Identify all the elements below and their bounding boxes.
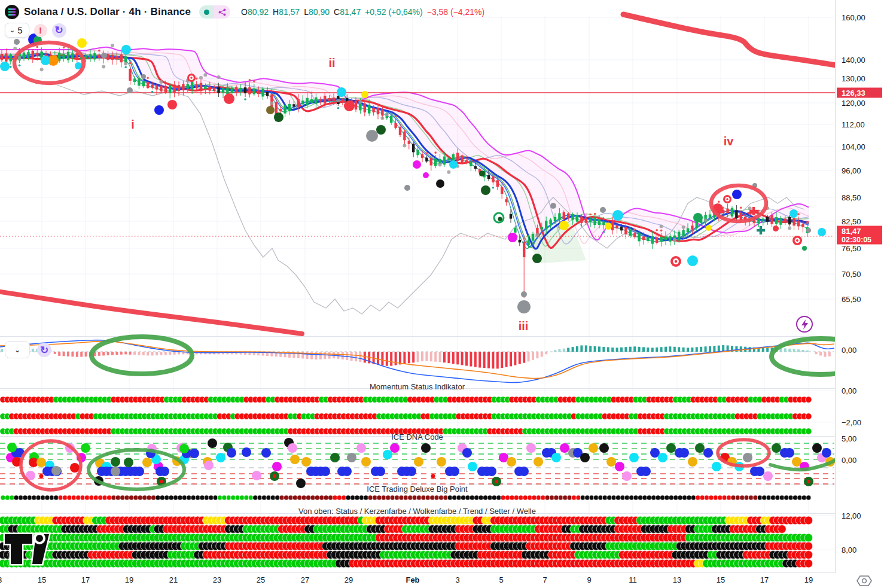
price-line-label: 126,33 <box>837 88 882 98</box>
svg-text:iv: iv <box>724 135 734 148</box>
time-axis-label: 13 <box>673 575 681 584</box>
price-axis-label: 88,50 <box>842 193 861 202</box>
price-axis-label: 130,00 <box>842 74 865 83</box>
ohlc-readout: O80,92 H81,57 L80,90 C81,47 +0,52 (+0,64… <box>241 7 484 17</box>
price-axis-label: 160,00 <box>842 13 865 22</box>
time-axis-label: 5 <box>499 575 503 584</box>
price-axis[interactable]: 160,00140,00130,00120,00112,00104,0096,0… <box>835 0 884 588</box>
price-axis-label: 140,00 <box>842 56 865 65</box>
svg-text:i: i <box>131 118 135 131</box>
chart-toolbar: ⌄ 5 ! ↻ <box>5 23 66 38</box>
live-dot-icon <box>199 5 214 19</box>
price-axis-label: 0,00 <box>842 456 856 465</box>
price-axis-label: 112,00 <box>842 120 865 129</box>
time-axis-label: 19 <box>804 575 813 584</box>
price-axis-label: 12,00 <box>842 511 861 520</box>
price-axis-label: −2,00 <box>842 418 861 427</box>
time-axis-label: 17 <box>760 575 769 584</box>
time-axis-label: 29 <box>345 575 353 584</box>
current-price-label: 81,4702:30:05 <box>837 226 882 245</box>
panel-legend: Von oben: Status / Kerzenfarbe / Wolkenf… <box>0 507 834 516</box>
status-badge[interactable] <box>199 5 230 19</box>
chart-header: Solana / U.S. Dollar · 4h · Binance O80,… <box>5 5 484 19</box>
timezone-settings-icon[interactable] <box>856 574 872 588</box>
price-axis-label: 76,50 <box>842 244 861 253</box>
svg-text:ii: ii <box>328 56 335 69</box>
price-axis-label: 65,50 <box>842 295 861 304</box>
chevron-down-icon: ⌄ <box>10 26 15 34</box>
price-axis-label: 120,00 <box>842 99 865 108</box>
time-axis-label: 13 <box>0 575 2 584</box>
time-axis-label: 19 <box>125 575 133 584</box>
time-axis-label: 15 <box>717 575 725 584</box>
change-negative: −3,58 (−4,21%) <box>427 7 485 17</box>
time-axis-label: 15 <box>38 575 46 584</box>
price-axis-label: 104,00 <box>842 142 865 151</box>
time-axis[interactable]: 131517192123252729Feb35791113151719 <box>0 573 884 588</box>
change-positive: +0,52 (+0,64%) <box>365 7 423 17</box>
current-price: 81,47 <box>842 227 882 236</box>
trading-chart-window: iiiiiiiv Solana / U.S. Dollar · 4h · Bin… <box>0 0 884 588</box>
time-axis-label: Feb <box>406 575 419 584</box>
time-axis-label: 11 <box>629 575 637 584</box>
price-axis-label: 96,00 <box>842 166 861 175</box>
time-axis-label: 21 <box>169 575 178 584</box>
macd-refresh-icon[interactable]: ↻ <box>37 343 51 357</box>
refresh-icon[interactable]: ↻ <box>52 23 66 38</box>
svg-text:iii: iii <box>519 319 529 333</box>
price-axis-label: 82,50 <box>842 217 861 226</box>
time-axis-label: 7 <box>542 575 547 584</box>
time-axis-label: 23 <box>213 575 221 584</box>
price-axis-label: 0,00 <box>842 386 856 395</box>
time-axis-label: 25 <box>257 575 265 584</box>
bar-countdown: 02:30:05 <box>842 236 882 244</box>
interval-quick-button[interactable]: ⌄ 5 <box>5 23 29 38</box>
price-axis-label: 5,00 <box>842 434 856 443</box>
low-value: 80,90 <box>309 7 330 17</box>
panel-title-bigpoint: ICE Trading Deluxe Big Point <box>0 485 834 493</box>
high-value: 81,57 <box>279 7 300 17</box>
price-axis-label: 0,00 <box>842 346 856 355</box>
panel-title-dna: ICE DNA Code <box>0 432 834 441</box>
solana-logo-icon <box>5 5 19 19</box>
alert-icon[interactable]: ! <box>34 24 47 37</box>
chart-canvas[interactable]: iiiiiiiv <box>0 0 884 588</box>
symbol-title[interactable]: Solana / U.S. Dollar · 4h · Binance <box>24 6 191 18</box>
time-axis-label: 17 <box>81 575 90 584</box>
panel-title-momentum: Momentum Status Indikator <box>0 382 834 391</box>
time-axis-label: 3 <box>455 575 459 584</box>
share-nodes-icon <box>214 5 230 19</box>
macd-collapse-button[interactable]: ⌄ <box>5 341 30 358</box>
open-value: 80,92 <box>248 7 269 17</box>
price-axis-label: 8,00 <box>842 546 856 555</box>
price-axis-label: 70,50 <box>842 270 861 279</box>
time-axis-label: 9 <box>587 575 591 584</box>
time-axis-label: 27 <box>301 575 309 584</box>
chevron-down-icon: ⌄ <box>14 346 20 354</box>
close-value: 81,47 <box>340 7 361 17</box>
